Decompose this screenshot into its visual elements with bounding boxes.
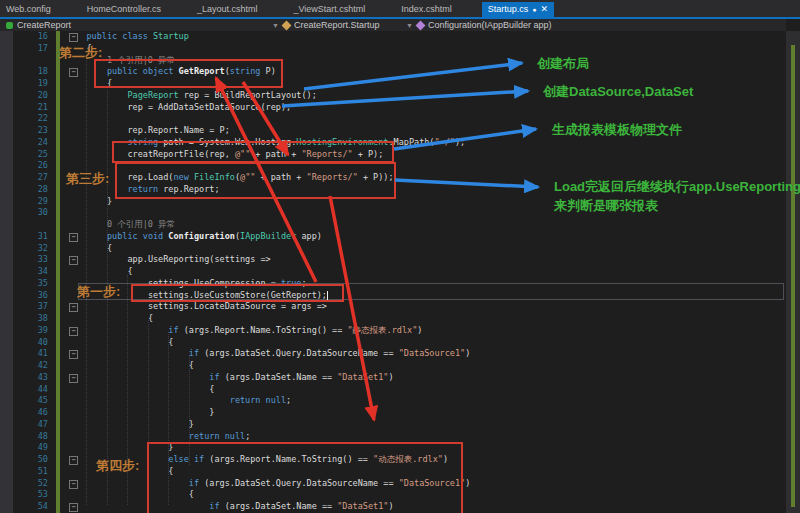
code-text: settings.LocateDataSource = args => [66, 301, 327, 313]
code-line-39[interactable]: 39− if (args.Report.Name.ToString() == "… [0, 325, 786, 337]
code-text: 0 个引用|0 异常 [66, 219, 175, 231]
scrollbar-change-marks [791, 45, 795, 507]
code-editor[interactable]: 16− public class Startup17 { 1 个引用|0 异常1… [0, 31, 786, 513]
line-number: 36 [12, 290, 48, 302]
line-number: 37 [12, 301, 48, 313]
breadcrumb-type[interactable]: ▼ CreateReport.Startup [272, 19, 379, 31]
tab-label: Web.config [6, 4, 51, 14]
code-text: { [66, 384, 214, 396]
line-number: 27 [12, 172, 48, 184]
line-number: 44 [12, 384, 48, 396]
project-icon [6, 22, 13, 29]
code-line-17[interactable]: 17 { [0, 43, 786, 55]
code-text: } [66, 419, 194, 431]
editor-tab-web-config[interactable]: Web.config [0, 2, 57, 17]
method-icon [415, 20, 425, 30]
code-text: { [66, 313, 153, 325]
code-line-42[interactable]: 42 { [0, 360, 786, 372]
code-text: { [66, 266, 133, 278]
line-number: 41 [12, 348, 48, 360]
line-number: 30 [12, 207, 48, 219]
line-number: 22 [12, 113, 48, 125]
code-line-47[interactable]: 47 } [0, 419, 786, 431]
code-text: public void Configuration(IAppBuilder ap… [66, 231, 322, 243]
code-text: return null; [66, 395, 291, 407]
editor-tab-homecontroller-cs[interactable]: HomeController.cs [81, 2, 167, 17]
code-line-16[interactable]: 16− public class Startup [0, 31, 786, 43]
code-line-45[interactable]: 45 return null; [0, 395, 786, 407]
tab-label: Startup.cs [488, 2, 529, 17]
code-line-46[interactable]: 46 } [0, 407, 786, 419]
line-number: 43 [12, 372, 48, 384]
annotation-box-2 [112, 141, 394, 163]
vertical-scrollbar[interactable] [786, 31, 800, 513]
code-line-32[interactable]: 32 { [0, 243, 786, 255]
code-text: public class Startup [66, 31, 189, 43]
line-number: 48 [12, 431, 48, 443]
editor-tab--viewstart-cshtml[interactable]: _ViewStart.cshtml [287, 2, 371, 17]
code-line-30[interactable]: 30 [0, 207, 786, 219]
code-line-40[interactable]: 40 { [0, 337, 786, 349]
code-line-31[interactable]: 31− public void Configuration(IAppBuilde… [0, 231, 786, 243]
code-text: if (args.DataSet.Query.DataSourceName ==… [66, 348, 470, 360]
editor-tab-index-cshtml[interactable]: Index.cshtml [395, 2, 458, 17]
tab-label: _ViewStart.cshtml [293, 4, 365, 14]
line-number: 52 [12, 478, 48, 490]
breadcrumb-member[interactable]: ▼ Configuration(IAppBuilder app) [406, 19, 552, 31]
tab-label: HomeController.cs [87, 4, 161, 14]
line-number: 21 [12, 102, 48, 114]
code-text: PageReport rep = BuildReportLayout(); [66, 90, 317, 102]
line-number: 51 [12, 466, 48, 478]
code-line-41[interactable]: 41− if (args.DataSet.Query.DataSourceNam… [0, 348, 786, 360]
line-number: 42 [12, 360, 48, 372]
line-number: 49 [12, 442, 48, 454]
line-number: 47 [12, 419, 48, 431]
document-tab-bar: Web.configHomeController.cs_Layout.cshtm… [0, 0, 800, 17]
annotation-box-1 [94, 59, 283, 88]
line-number: 31 [12, 231, 48, 243]
line-number: 23 [12, 125, 48, 137]
code-line-44[interactable]: 44 { [0, 384, 786, 396]
note-label-4: Load完返回后继续执行app.UseReporting [554, 178, 800, 196]
step-label-3: 第一步: [77, 283, 120, 301]
line-number: 50 [12, 454, 48, 466]
modified-dot-icon: ● [532, 2, 536, 17]
code-text: } [66, 407, 214, 419]
editor-tab-startup-cs[interactable]: Startup.cs●✕ [482, 2, 554, 17]
line-number: 40 [12, 337, 48, 349]
breadcrumb-project-label: CreateReport [17, 20, 71, 30]
step-label-2: 第三步: [66, 170, 109, 188]
code-line-43[interactable]: 43− if (args.DataSet.Name == "DataSet1") [0, 372, 786, 384]
breadcrumb-member-label: Configuration(IAppBuilder app) [428, 20, 552, 30]
line-number: 53 [12, 489, 48, 501]
line-number: 38 [12, 313, 48, 325]
code-line-38[interactable]: 38 { [0, 313, 786, 325]
code-text: if (args.Report.Name.ToString() == "静态报表… [66, 325, 422, 337]
chevron-down-icon[interactable]: ▼ [272, 22, 279, 29]
line-number: 25 [12, 149, 48, 161]
code-line-48[interactable]: 48 return null; [0, 431, 786, 443]
line-number: 29 [12, 196, 48, 208]
codelens-row[interactable]: 0 个引用|0 异常 [0, 219, 786, 231]
line-number: 18 [12, 66, 48, 78]
line-number: 16 [12, 31, 48, 43]
code-line-21[interactable]: 21 rep = AddDataSetDataSource(rep); [0, 102, 786, 114]
code-text: { [66, 243, 112, 255]
code-line-37[interactable]: 37− settings.LocateDataSource = args => [0, 301, 786, 313]
class-icon [281, 20, 291, 30]
note-label-5: 来判断是哪张报表 [554, 197, 658, 215]
breadcrumb-project[interactable]: CreateReport [6, 19, 71, 31]
annotation-box-5 [147, 442, 463, 513]
code-text: return null; [66, 431, 250, 443]
editor-tab--layout-cshtml[interactable]: _Layout.cshtml [191, 2, 264, 17]
code-line-34[interactable]: 34 { [0, 266, 786, 278]
code-line-33[interactable]: 33− app.UseReporting(settings => [0, 254, 786, 266]
line-number: 45 [12, 395, 48, 407]
code-text: if (args.DataSet.Name == "DataSet1") [66, 372, 394, 384]
line-number: 26 [12, 160, 48, 172]
close-icon[interactable]: ✕ [541, 2, 549, 17]
tab-label: Index.cshtml [401, 4, 452, 14]
step-label-4: 第四步: [96, 457, 139, 475]
line-number: 33 [12, 254, 48, 266]
chevron-down-icon[interactable]: ▼ [406, 22, 413, 29]
